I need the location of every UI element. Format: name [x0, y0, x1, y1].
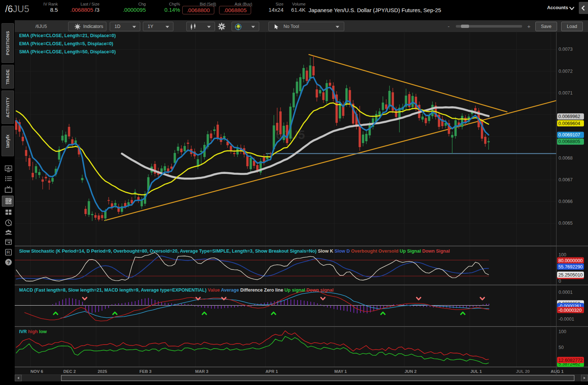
- svg-text:FEB 3: FEB 3: [140, 369, 152, 374]
- svg-text:80.0000000: 80.0000000: [559, 258, 583, 263]
- svg-text:0.0065: 0.0065: [559, 221, 573, 226]
- svg-text:0.0071: 0.0071: [559, 90, 573, 96]
- svg-text:0.0069107: 0.0069107: [559, 132, 580, 138]
- svg-text:0: 0: [559, 279, 561, 284]
- svg-text:12.6082772: 12.6082772: [559, 358, 583, 363]
- svg-text:0.0067: 0.0067: [559, 177, 573, 182]
- svg-text:0.0069962: 0.0069962: [559, 114, 580, 119]
- svg-text:JUN 2: JUN 2: [405, 369, 417, 374]
- svg-text:0.0068: 0.0068: [559, 156, 573, 161]
- svg-text:100: 100: [559, 329, 566, 334]
- svg-text:-0.0000320: -0.0000320: [559, 308, 582, 313]
- svg-text:JUL 1: JUL 1: [470, 369, 482, 374]
- svg-text:0.0066: 0.0066: [559, 199, 573, 204]
- svg-text:0.0072: 0.0072: [559, 69, 573, 74]
- svg-text:MAR 3: MAR 3: [195, 369, 208, 374]
- svg-text:100: 100: [559, 252, 566, 257]
- svg-text:0.0001: 0.0001: [559, 290, 573, 295]
- svg-text:DEC 2: DEC 2: [63, 369, 76, 374]
- svg-text:0.0073: 0.0073: [559, 47, 573, 52]
- svg-text:MAY 1: MAY 1: [334, 369, 347, 374]
- svg-text:Slow Stochastic (K Period=14,: Slow Stochastic (K Period=14, D Period=9…: [19, 249, 450, 254]
- svg-text:55.7692290: 55.7692290: [559, 264, 583, 270]
- svg-text:50: 50: [559, 345, 564, 350]
- svg-text:?: ?: [7, 260, 10, 265]
- svg-text:APR 1: APR 1: [265, 369, 278, 374]
- svg-text:F: F: [7, 250, 9, 254]
- svg-text:SMA (Price=CLOSE, Length=50, D: SMA (Price=CLOSE, Length=50, Displace=0): [19, 49, 116, 54]
- svg-text:0.0068805: 0.0068805: [559, 139, 580, 144]
- svg-text:MACD (Fast length=8, Slow leng: MACD (Fast length=8, Slow length=21, MAC…: [19, 288, 334, 293]
- svg-text:-0.0001: -0.0001: [559, 317, 574, 322]
- svg-text:25.2505010: 25.2505010: [559, 272, 583, 278]
- svg-text:NOV 6: NOV 6: [31, 369, 43, 374]
- svg-text:2025: 2025: [98, 369, 107, 374]
- svg-text:IVR high low: IVR high low: [19, 329, 47, 334]
- svg-text:EMA (Price=CLOSE, Length=5, Di: EMA (Price=CLOSE, Length=5, Displace=0): [19, 41, 113, 46]
- svg-text:JUL 20: JUL 20: [516, 369, 530, 374]
- svg-text:0.0069604: 0.0069604: [559, 121, 580, 126]
- svg-text:AUG 1: AUG 1: [550, 369, 564, 374]
- svg-text:EMA (Price=CLOSE, Length=21, D: EMA (Price=CLOSE, Length=21, Displace=0): [19, 33, 116, 38]
